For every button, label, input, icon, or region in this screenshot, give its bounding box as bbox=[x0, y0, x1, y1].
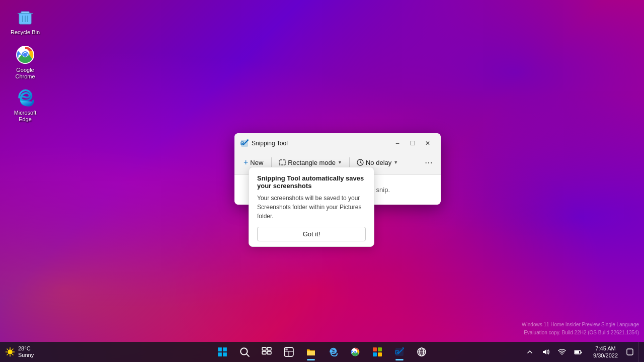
notification-button[interactable] bbox=[623, 342, 637, 362]
start-icon bbox=[217, 347, 227, 357]
tooltip-body: Your screenshots will be saved to your S… bbox=[257, 194, 366, 221]
volume-svg bbox=[542, 348, 550, 356]
clock-date: 9/30/2022 bbox=[593, 352, 618, 359]
svg-rect-26 bbox=[223, 347, 227, 351]
clock-time: 7:45 AM bbox=[595, 345, 615, 352]
minimize-button[interactable]: – bbox=[390, 137, 405, 149]
maximize-button[interactable]: ☐ bbox=[406, 137, 420, 149]
search-button[interactable] bbox=[234, 342, 255, 362]
close-button[interactable]: ✕ bbox=[421, 137, 435, 149]
svg-line-23 bbox=[12, 349, 13, 350]
microsoft-edge-icon[interactable]: Microsoft Edge bbox=[5, 85, 45, 125]
more-icon: ⋯ bbox=[425, 158, 433, 167]
plus-icon: + bbox=[244, 158, 248, 167]
snipping-taskbar-icon bbox=[394, 347, 405, 357]
taskbar-right: 7:45 AM 9/30/2022 bbox=[520, 342, 644, 362]
svg-rect-44 bbox=[378, 347, 382, 351]
task-view-button[interactable] bbox=[257, 342, 277, 362]
chrome-taskbar-button[interactable] bbox=[345, 342, 365, 362]
snipping-tool-taskbar-button[interactable] bbox=[389, 342, 410, 362]
delay-chevron-icon: ▼ bbox=[393, 160, 398, 165]
widgets-icon bbox=[284, 347, 294, 357]
taskbar-center bbox=[212, 342, 432, 362]
store-icon bbox=[372, 347, 382, 357]
svg-rect-12 bbox=[279, 160, 285, 165]
svg-rect-56 bbox=[575, 351, 579, 353]
rectangle-mode-icon bbox=[279, 159, 286, 166]
svg-line-15 bbox=[360, 162, 362, 163]
snipping-tool-titlebar-icon bbox=[240, 139, 249, 147]
svg-rect-32 bbox=[267, 347, 271, 350]
delay-label: No delay bbox=[366, 159, 391, 166]
browser-button[interactable] bbox=[412, 342, 432, 362]
edge-taskbar-icon bbox=[328, 347, 338, 357]
widgets-button[interactable] bbox=[279, 342, 299, 362]
svg-line-24 bbox=[7, 354, 8, 355]
network-svg bbox=[558, 348, 566, 356]
chevron-up-icon bbox=[527, 349, 533, 355]
svg-rect-31 bbox=[262, 347, 266, 350]
file-explorer-button[interactable] bbox=[301, 342, 321, 362]
svg-rect-57 bbox=[627, 349, 633, 355]
show-desktop-button[interactable] bbox=[638, 342, 642, 362]
svg-line-30 bbox=[247, 354, 249, 356]
svg-line-21 bbox=[7, 349, 8, 350]
tray-expand-button[interactable] bbox=[523, 345, 537, 359]
svg-point-9 bbox=[23, 53, 27, 57]
google-chrome-label: Google Chrome bbox=[7, 67, 43, 80]
mode-chevron-icon: ▼ bbox=[338, 160, 342, 165]
tooltip-popup: Snipping Tool automatically saves your s… bbox=[249, 167, 374, 247]
microsoft-edge-label: Microsoft Edge bbox=[7, 110, 43, 123]
tooltip-title: Snipping Tool automatically saves your s… bbox=[257, 174, 366, 190]
recycle-bin-label: Recycle Bin bbox=[11, 29, 40, 36]
svg-rect-43 bbox=[373, 347, 377, 351]
new-label: New bbox=[250, 159, 263, 166]
svg-rect-38 bbox=[285, 348, 287, 350]
network-icon[interactable] bbox=[555, 345, 569, 359]
svg-rect-39 bbox=[307, 351, 315, 355]
store-button[interactable] bbox=[367, 342, 387, 362]
edge-taskbar-button[interactable] bbox=[323, 342, 343, 362]
browser-icon bbox=[417, 347, 427, 357]
toolbar-separator-2 bbox=[349, 157, 350, 167]
window-title: Snipping Tool bbox=[252, 140, 288, 147]
clock-widget[interactable]: 7:45 AM 9/30/2022 bbox=[589, 342, 622, 362]
title-area: Snipping Tool bbox=[240, 139, 288, 147]
weather-widget[interactable]: 28°C Sunny bbox=[0, 345, 39, 358]
temperature: 28°C bbox=[18, 345, 34, 352]
svg-rect-27 bbox=[218, 352, 222, 356]
window-controls: – ☐ ✕ bbox=[390, 137, 435, 149]
recycle-bin-icon[interactable]: Recycle Bin bbox=[5, 5, 45, 38]
svg-rect-46 bbox=[378, 352, 382, 356]
svg-line-22 bbox=[12, 354, 13, 355]
taskbar: 28°C Sunny bbox=[0, 342, 644, 362]
clock-icon bbox=[357, 159, 364, 166]
notification-icon bbox=[626, 348, 633, 355]
svg-rect-33 bbox=[262, 351, 266, 354]
svg-rect-34 bbox=[267, 351, 271, 354]
system-tray bbox=[520, 345, 588, 359]
battery-svg bbox=[574, 348, 582, 356]
task-view-icon bbox=[262, 347, 272, 357]
toolbar-separator-1 bbox=[271, 157, 272, 167]
svg-rect-55 bbox=[581, 352, 582, 353]
file-explorer-icon bbox=[306, 347, 316, 357]
start-button[interactable] bbox=[212, 342, 232, 362]
search-icon bbox=[239, 347, 250, 357]
chrome-taskbar-icon bbox=[350, 347, 360, 357]
weather-text: 28°C Sunny bbox=[18, 345, 34, 358]
battery-icon[interactable] bbox=[571, 345, 585, 359]
mode-label: Rectangle mode bbox=[288, 159, 336, 166]
volume-icon[interactable] bbox=[539, 345, 553, 359]
svg-rect-45 bbox=[373, 352, 377, 356]
svg-rect-25 bbox=[218, 347, 222, 351]
window-titlebar: Snipping Tool – ☐ ✕ bbox=[234, 133, 441, 152]
weather-desc: Sunny bbox=[18, 352, 34, 358]
got-it-button[interactable]: Got it! bbox=[257, 227, 366, 241]
weather-icon bbox=[5, 347, 15, 357]
svg-point-16 bbox=[8, 349, 13, 354]
svg-rect-28 bbox=[223, 352, 227, 356]
google-chrome-icon[interactable]: Google Chrome bbox=[5, 43, 45, 82]
svg-point-42 bbox=[354, 351, 356, 353]
more-button[interactable]: ⋯ bbox=[421, 154, 437, 170]
